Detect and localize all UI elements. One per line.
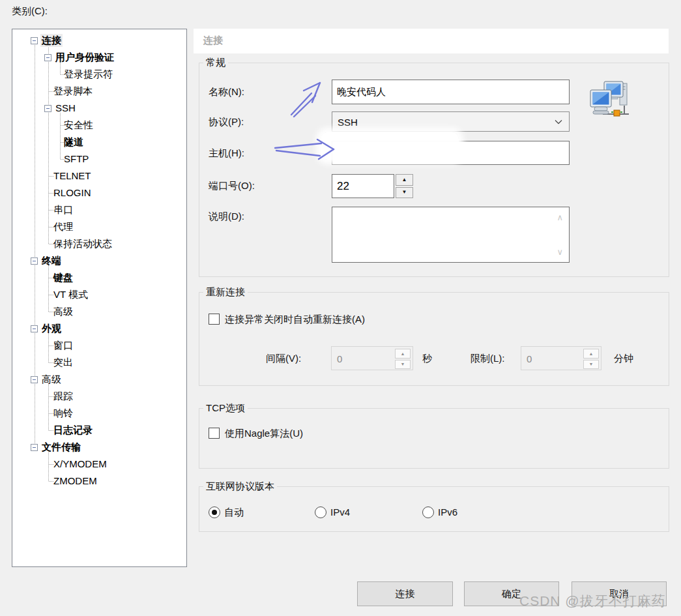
tree-item[interactable]: 高级 (12, 371, 186, 388)
port-spinner: ▲ ▼ (396, 174, 413, 198)
radio-label-自动: 自动 (224, 506, 244, 519)
tree-item[interactable]: 跟踪 (12, 388, 186, 405)
tree-item[interactable]: 用户身份验证 (12, 49, 186, 66)
tree-item[interactable]: 隧道 (12, 134, 186, 151)
tree-item[interactable]: 安全性 (12, 117, 186, 134)
tree-item[interactable]: SSH (12, 100, 186, 117)
tree-item[interactable]: 登录提示符 (12, 66, 186, 83)
name-input-value: 晚安代码人 (337, 86, 386, 98)
host-redaction-blur (321, 132, 459, 160)
tree-item-label: 文件传输 (42, 441, 81, 454)
radio-label-IPv6: IPv6 (438, 506, 457, 519)
description-textarea[interactable]: ∧ ∨ (332, 207, 570, 263)
scroll-up-icon[interactable]: ∧ (557, 213, 563, 222)
name-input[interactable]: 晚安代码人 (332, 80, 570, 104)
tree-item-label: 高级 (42, 373, 61, 386)
page-title: 连接 (203, 35, 223, 47)
radio-IPv4[interactable] (315, 506, 326, 518)
tree-item-label: 串口 (53, 203, 73, 216)
group-reconnect-label: 重新连接 (203, 286, 248, 299)
radio-IPv6[interactable] (422, 506, 434, 518)
tree-expander-minus-icon[interactable] (44, 54, 51, 61)
group-tcp-label: TCP选项 (203, 402, 248, 415)
tree-item[interactable]: 文件传输 (12, 439, 186, 456)
tree-item[interactable]: 连接 (12, 32, 186, 49)
port-input-value: 22 (337, 180, 349, 193)
tree-item[interactable]: TELNET (12, 168, 186, 184)
spinner-up-button[interactable]: ▲ (583, 349, 599, 359)
tree-item[interactable]: 响铃 (12, 405, 186, 422)
tree-expander-minus-icon[interactable] (31, 444, 38, 451)
name-label: 名称(N): (209, 85, 244, 98)
tree-item-label: 高级 (53, 305, 73, 318)
group-general-label: 常规 (203, 57, 228, 69)
tree-expander-minus-icon[interactable] (31, 325, 38, 332)
session-properties-dialog: 类别(C): 连接用户身份验证登录提示符登录脚本SSH安全性隧道SFTPTELN… (0, 0, 681, 616)
tree-item[interactable]: SFTP (12, 151, 186, 168)
tree-item-label: 键盘 (53, 271, 73, 284)
tree-item[interactable]: 突出 (12, 354, 186, 371)
tree-item[interactable]: 高级 (12, 303, 186, 320)
tree-expander-minus-icon[interactable] (31, 376, 38, 383)
radio-label-IPv4: IPv4 (330, 506, 350, 519)
tree-item[interactable]: 终端 (12, 252, 186, 269)
tree-item-label: RLOGIN (53, 186, 91, 199)
page-title-bar: 连接 (194, 29, 669, 53)
connect-button[interactable]: 连接 (357, 581, 453, 606)
auto-reconnect-label: 连接异常关闭时自动重新连接(A) (225, 313, 365, 326)
port-input[interactable]: 22 (332, 174, 394, 198)
host-label: 主机(H): (209, 147, 244, 160)
tree-item[interactable]: 日志记录 (12, 422, 186, 439)
cancel-button[interactable]: 取消 (572, 581, 667, 606)
interval-unit-label: 秒 (422, 352, 432, 365)
group-ip-version: 互联网协议版本 (199, 486, 669, 532)
tree-expander-minus-icon[interactable] (31, 257, 38, 265)
category-tree[interactable]: 连接用户身份验证登录提示符登录脚本SSH安全性隧道SFTPTELNETRLOGI… (12, 29, 187, 567)
ok-button[interactable]: 确定 (464, 581, 559, 606)
tree-item[interactable]: VT 模式 (12, 286, 186, 303)
tree-item-label: 代理 (53, 220, 73, 233)
tree-item[interactable]: X/YMODEM (12, 456, 186, 473)
tree-item[interactable]: 代理 (12, 218, 186, 235)
spinner-up-button[interactable]: ▲ (395, 349, 411, 359)
nagle-checkbox[interactable] (209, 428, 220, 439)
tree-item-label: 保持活动状态 (53, 237, 112, 250)
protocol-select[interactable]: SSH (332, 111, 570, 132)
spinner-down-button[interactable]: ▼ (395, 360, 411, 370)
tree-item-label: VT 模式 (53, 288, 88, 301)
tree-item-label: 隧道 (64, 136, 83, 149)
scroll-down-icon[interactable]: ∨ (557, 248, 563, 256)
interval-value: 0 (337, 353, 342, 364)
tree-expander-minus-icon[interactable] (31, 37, 38, 44)
tree-item[interactable]: 串口 (12, 201, 186, 218)
tree-item[interactable]: 保持活动状态 (12, 235, 186, 252)
tree-item-label: 登录提示符 (64, 68, 113, 81)
limit-unit-label: 分钟 (614, 352, 633, 365)
tree-item-label: 终端 (42, 254, 61, 267)
tree-item[interactable]: 键盘 (12, 269, 186, 286)
tree-item[interactable]: RLOGIN (12, 184, 186, 201)
tree-item[interactable]: 窗口 (12, 337, 186, 354)
limit-input[interactable]: 0 ▲ ▼ (521, 346, 601, 370)
protocol-label: 协议(P): (209, 115, 244, 128)
chevron-down-icon (555, 119, 562, 124)
spinner-up-button[interactable]: ▲ (396, 174, 413, 186)
tree-item-label: 日志记录 (53, 424, 93, 437)
limit-spinner: ▲ ▼ (583, 349, 599, 369)
tree-item-label: SSH (55, 102, 76, 115)
tree-item[interactable]: 外观 (12, 320, 186, 337)
spinner-down-button[interactable]: ▼ (583, 360, 599, 370)
auto-reconnect-checkbox[interactable] (209, 314, 220, 325)
tree-item-label: 响铃 (53, 407, 73, 420)
tree-item[interactable]: 登录脚本 (12, 83, 186, 100)
description-label: 说明(D): (209, 210, 244, 223)
tree-item-label: 安全性 (64, 119, 93, 132)
interval-input[interactable]: 0 ▲ ▼ (331, 346, 413, 370)
radio-自动[interactable] (209, 506, 220, 518)
tree-item-label: 跟踪 (53, 390, 73, 403)
tree-item-label: 外观 (42, 322, 61, 335)
protocol-select-value: SSH (338, 116, 358, 127)
tree-expander-minus-icon[interactable] (44, 105, 51, 112)
tree-item[interactable]: ZMODEM (12, 473, 186, 490)
spinner-down-button[interactable]: ▼ (396, 187, 413, 199)
